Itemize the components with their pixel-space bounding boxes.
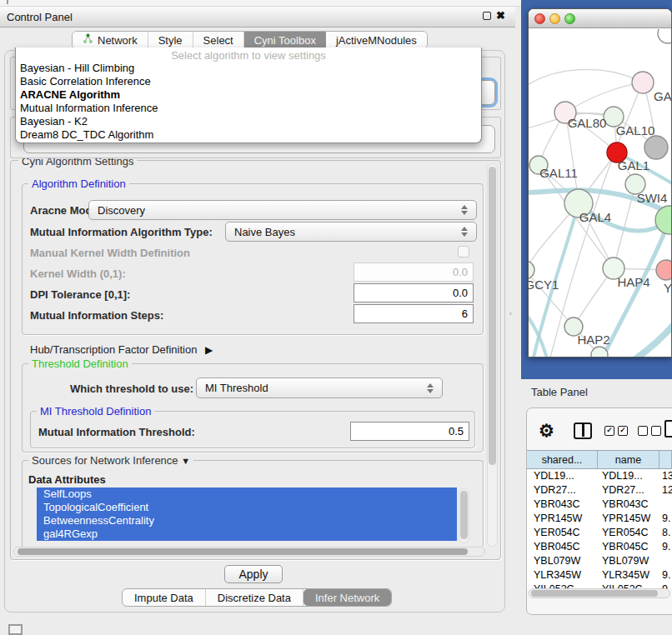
tab-cyni-toolbox[interactable]: Cyni Toolbox [244,32,326,48]
minimized-panel-chip[interactable] [8,624,23,635]
kernel-width-input[interactable] [354,262,474,282]
deselect-all-checks-icon[interactable] [638,426,661,436]
data-attribute-item[interactable]: gal4RGexp [37,528,457,541]
checked-box-icon: ✓ [618,426,628,436]
algorithm-option-list: Bayesian - Hill ClimbingBasic Correlatio… [16,62,481,142]
table-cell: YPR145W [527,512,598,526]
settings-gear-icon[interactable]: ⚙ [539,421,554,441]
algorithm-option[interactable]: Basic Correlation Inference [16,75,481,88]
minimize-button[interactable] [549,13,560,24]
tab-network[interactable]: Network [73,32,148,48]
tab-label: Discretize Data [218,592,291,604]
tab-impute-data[interactable]: Impute Data [123,589,206,606]
mi-threshold-label: Mutual Information Threshold: [38,426,195,438]
column-header-name[interactable]: name [598,451,659,468]
stepper-icon [458,205,471,215]
table-row[interactable]: YDR27...YDR27...12 [527,483,672,498]
tab-label: Network [98,34,138,47]
document-icon[interactable] [664,420,672,438]
tab-discretize-data[interactable]: Discretize Data [206,589,303,606]
node-label: GAL10 [616,123,655,138]
network-node[interactable] [644,136,668,159]
data-attribute-item[interactable]: BetweennessCentrality [37,514,457,528]
network-view-window[interactable]: GALGAL80GAL10GAL1GAL11SWI4GAL4GCY1HAP4YH… [528,8,672,358]
mi-type-combobox[interactable]: Naive Bayes [225,222,477,242]
select-all-checks-icon[interactable]: ✓ ✓ [604,426,628,436]
network-icon [83,33,93,47]
table-cell: YLR345W [527,568,598,582]
bottom-tabs: Impute Data Discretize Data Infer Networ… [122,588,392,607]
manual-kernel-checkbox[interactable] [458,246,469,258]
table-row[interactable]: YPR145WYPR145W9. [527,512,672,526]
stepper-icon [458,227,471,237]
table-horizontal-scrollbar-thumb[interactable] [531,590,658,597]
panel-splitter-handle[interactable]: ‹ [509,310,514,318]
table-header: shared... name [527,450,672,469]
algorithm-option[interactable]: Bayesian - Hill Climbing [16,62,481,75]
mi-threshold-input[interactable] [350,422,469,441]
checked-box-icon: ✓ [604,426,614,436]
attributes-scrollbar[interactable] [459,488,469,543]
aracne-mode-combobox[interactable]: Discovery [88,200,477,220]
algorithm-option[interactable]: Mutual Information Inference [16,102,481,115]
settings-horizontal-scrollbar[interactable] [13,547,485,557]
control-panel-titlebar[interactable] [0,7,515,28]
settings-vertical-scrollbar[interactable] [487,163,498,547]
table-cell: YBR045C [598,540,659,554]
data-attributes-list: SelfLoopsTopologicalCoefficientBetweenne… [37,488,457,544]
table-row[interactable]: YLR345WYLR345W9. [527,568,672,582]
mi-steps-input[interactable] [354,304,474,323]
data-attribute-item[interactable]: SelfLoops [37,488,457,501]
data-attribute-item[interactable]: TopologicalCoefficient [37,501,457,514]
apply-button[interactable]: Apply [224,565,283,583]
network-node[interactable] [591,347,608,358]
table-cell: 8. [659,526,672,540]
algorithm-dropdown-popup: Select algorithm to view settings Bayesi… [15,48,482,143]
tab-label: Infer Network [315,592,379,604]
table-row[interactable]: YBR045CYBR045C9. [527,540,672,554]
node-label: GAL11 [539,166,578,180]
table-cell: YBR043C [598,498,659,512]
dpi-tolerance-input[interactable] [354,283,474,302]
network-node[interactable] [632,72,654,93]
node-label: HAP2 [577,332,609,347]
tab-style[interactable]: Style [148,32,193,48]
column-header-partial[interactable] [659,451,672,468]
network-node[interactable] [658,29,672,43]
network-graph: GALGAL80GAL10GAL1GAL11SWI4GAL4GCY1HAP4YH… [529,29,672,358]
table-cell: YBR043C [527,498,598,512]
zoom-button[interactable] [564,13,575,24]
control-panel-tabs: Network Style Select Cyni Toolbox jActiv… [72,31,428,49]
algorithm-option[interactable]: ARACNE Algorithm [16,88,481,102]
network-node[interactable] [656,260,672,280]
column-header-shared-name[interactable]: shared... [527,451,598,468]
tab-jactivemnodules[interactable]: jActiveMNodules [326,32,427,48]
tab-label: Select [203,34,233,47]
network-window-titlebar[interactable] [529,9,671,28]
manual-kernel-label: Manual Kernel Width Definition [30,247,190,259]
network-edge [565,82,643,112]
table-row[interactable]: YBL079WYBL079W [527,554,672,568]
node-label: GCY1 [529,278,559,292]
control-panel-title: Control Panel [7,11,73,23]
close-button[interactable] [534,13,545,24]
table-row[interactable]: YER054CYER054C8. [527,526,672,540]
sources-legend[interactable]: Sources for Network Inference ▼ [28,454,193,467]
algorithm-option[interactable]: Dream8 DC_TDC Algorithm [16,128,481,142]
tab-select[interactable]: Select [193,32,244,48]
hub-factor-expander[interactable]: Hub/Transcription Factor Definition ▶ [30,343,213,356]
algorithm-definition-legend: Algorithm Definition [28,178,129,190]
close-icon[interactable]: ✖ [496,9,505,22]
table-row[interactable]: YBR043CYBR043C [527,498,672,512]
unchecked-box-icon [638,426,648,436]
table-cell: YBL079W [598,554,659,568]
algorithm-option[interactable]: Bayesian - K2 [16,115,481,128]
node-label: Y [664,281,672,295]
network-canvas[interactable]: GALGAL80GAL10GAL1GAL11SWI4GAL4GCY1HAP4YH… [529,29,672,358]
split-columns-icon[interactable] [574,422,592,439]
table-row[interactable]: YDL19...YDL19...13 [527,469,672,483]
network-node[interactable] [529,261,534,279]
float-window-icon[interactable] [483,12,491,20]
which-threshold-combobox[interactable]: MI Threshold [196,378,443,398]
tab-infer-network[interactable]: Infer Network [303,589,391,606]
